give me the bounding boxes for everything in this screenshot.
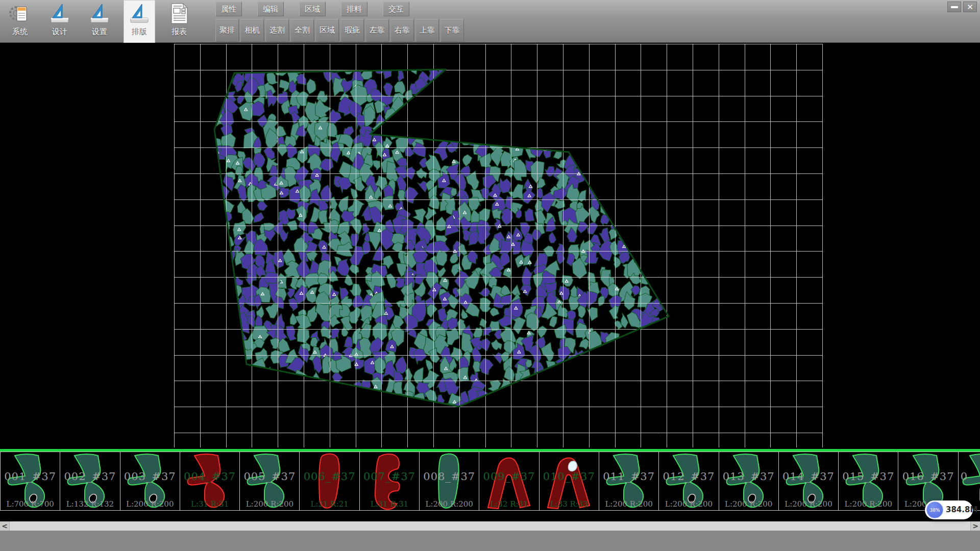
piece-lr-count: L:132 R:132 bbox=[60, 499, 119, 509]
menu-tab-交互[interactable]: 交互 bbox=[383, 2, 409, 16]
main-button-label: 报表 bbox=[172, 27, 187, 37]
piece-cell-001_#37[interactable]: 001_#37L:700 R:700 bbox=[0, 452, 60, 511]
piece-name: 011_#37 bbox=[599, 470, 658, 483]
nesting-app-window: 系统设计设置排版报表 属性编辑区域排料交互 聚排相机选割全割区域瑕疵左靠右靠上靠… bbox=[0, 0, 980, 551]
piece-name: 012_#37 bbox=[659, 470, 718, 483]
layout-ruler-icon bbox=[128, 2, 151, 26]
settings-ruler-icon bbox=[88, 2, 111, 26]
main-toolbar-buttons: 系统设计设置排版报表 bbox=[4, 0, 203, 43]
piece-lr-count: L:31 R:31 bbox=[180, 499, 239, 509]
piece-name: 003_#37 bbox=[120, 470, 180, 483]
piece-cell-010_#37[interactable]: 010_#37L:33 R:33 bbox=[539, 452, 599, 511]
minimize-icon bbox=[951, 6, 958, 8]
tool-button-聚排[interactable]: 聚排 bbox=[215, 19, 239, 42]
main-button-label: 设计 bbox=[52, 27, 67, 37]
piece-name: 004_#37 bbox=[180, 470, 239, 483]
menu-tab-编辑[interactable]: 编辑 bbox=[257, 2, 284, 16]
scroll-right-button[interactable]: > bbox=[970, 521, 980, 531]
piece-lr-count: L:200 R:200 bbox=[719, 499, 778, 509]
report-doc-icon bbox=[167, 2, 191, 26]
progress-circle: 38% bbox=[926, 502, 943, 518]
piece-name: 016_#37 bbox=[898, 470, 958, 483]
tool-button-下靠[interactable]: 下靠 bbox=[440, 19, 464, 42]
piece-name: 014_#37 bbox=[779, 470, 838, 483]
titlebar: 系统设计设置排版报表 属性编辑区域排料交互 聚排相机选割全割区域瑕疵左靠右靠上靠… bbox=[0, 0, 980, 43]
piece-cell-012_#37[interactable]: 012_#37L:200 R:200 bbox=[658, 452, 719, 511]
tool-button-左靠[interactable]: 左靠 bbox=[365, 19, 389, 42]
piece-name: 005_#37 bbox=[240, 470, 299, 483]
main-button-报表[interactable]: 报表 bbox=[163, 0, 195, 43]
close-button[interactable]: ✕ bbox=[963, 2, 977, 12]
piece-lr-count: L:32 R:31 bbox=[479, 499, 538, 509]
menu-tabs: 属性编辑区域排料交互 bbox=[215, 2, 425, 16]
menu-tab-排料[interactable]: 排料 bbox=[341, 2, 368, 16]
piece-lr-count: L:200 R:200 bbox=[839, 499, 898, 509]
main-button-设置[interactable]: 设置 bbox=[84, 0, 115, 43]
piece-name: 009_#37 bbox=[479, 470, 538, 483]
piece-cell-005_#37[interactable]: 005_#37L:200 R:200 bbox=[239, 452, 300, 511]
piece-cell-008_#37[interactable]: 008_#37L:200 R:200 bbox=[419, 452, 479, 511]
piece-name: 0 bbox=[959, 470, 980, 483]
tool-button-瑕疵[interactable]: 瑕疵 bbox=[340, 19, 364, 42]
main-button-label: 排版 bbox=[132, 27, 147, 37]
minimize-button[interactable] bbox=[947, 2, 961, 12]
tool-button-区域[interactable]: 区域 bbox=[315, 19, 339, 42]
piece-cell-007_#37[interactable]: 007_#37L:31 R:31 bbox=[359, 452, 420, 511]
piece-cell-015_#37[interactable]: 015_#37L:200 R:200 bbox=[838, 452, 898, 511]
menu-tab-区域[interactable]: 区域 bbox=[299, 2, 326, 16]
main-button-label: 设置 bbox=[92, 27, 107, 37]
piece-cell-009_#37[interactable]: 009_#37L:32 R:31 bbox=[479, 452, 539, 511]
piece-lr-count: L:200 R:200 bbox=[240, 499, 299, 509]
piece-lr-count: L:200 R:200 bbox=[599, 499, 658, 509]
piece-lr-count: L:700 R:700 bbox=[1, 499, 60, 509]
piece-cell-014_#37[interactable]: 014_#37L:200 R:200 bbox=[778, 452, 839, 511]
piece-lr-count: L:21 R:21 bbox=[300, 499, 359, 509]
piece-cell-006_#37[interactable]: 006_#37L:21 R:21 bbox=[299, 452, 359, 511]
memory-value: 384.8M bbox=[946, 500, 977, 519]
piece-lr-count: L:200 R:200 bbox=[420, 499, 479, 509]
piece-lr-count: L:33 R:33 bbox=[540, 499, 599, 509]
main-button-设计[interactable]: 设计 bbox=[44, 0, 76, 43]
main-button-label: 系统 bbox=[12, 27, 28, 37]
tool-button-选割[interactable]: 选割 bbox=[265, 19, 289, 42]
piece-lr-count: L:200 R:200 bbox=[120, 499, 180, 509]
main-button-系统[interactable]: 系统 bbox=[4, 0, 36, 43]
piece-name: 015_#37 bbox=[839, 470, 898, 483]
pieces-strip: 001_#37L:700 R:700002_#37L:132 R:132003_… bbox=[0, 452, 980, 512]
piece-name: 010_#37 bbox=[540, 470, 599, 483]
menu-tab-属性[interactable]: 属性 bbox=[215, 2, 242, 16]
piece-name: 013_#37 bbox=[719, 470, 778, 483]
system-gear-icon bbox=[8, 2, 32, 26]
piece-cell-011_#37[interactable]: 011_#37L:200 R:200 bbox=[599, 452, 659, 511]
main-button-排版[interactable]: 排版 bbox=[124, 0, 155, 43]
tool-buttons-row: 聚排相机选割全割区域瑕疵左靠右靠上靠下靠 bbox=[215, 19, 465, 42]
bottom-status-bar bbox=[0, 531, 980, 551]
tool-button-右靠[interactable]: 右靠 bbox=[390, 19, 414, 42]
status-badge: 38% 384.8M bbox=[925, 500, 973, 519]
scroll-left-button[interactable]: < bbox=[0, 521, 10, 531]
piece-cell-004_#37[interactable]: 004_#37L:31 R:31 bbox=[180, 452, 240, 511]
tool-button-上靠[interactable]: 上靠 bbox=[415, 19, 439, 42]
tool-button-全割[interactable]: 全割 bbox=[290, 19, 314, 42]
tool-button-相机[interactable]: 相机 bbox=[240, 19, 264, 42]
piece-name: 007_#37 bbox=[360, 470, 419, 483]
piece-cell-013_#37[interactable]: 013_#37L:200 R:200 bbox=[719, 452, 779, 511]
piece-cell-003_#37[interactable]: 003_#37L:200 R:200 bbox=[120, 452, 180, 511]
horizontal-scrollbar[interactable]: < > bbox=[0, 521, 980, 531]
design-ruler-icon bbox=[48, 2, 71, 26]
piece-name: 001_#37 bbox=[1, 470, 60, 483]
piece-name: 002_#37 bbox=[60, 470, 119, 483]
nesting-canvas[interactable] bbox=[0, 43, 980, 449]
piece-name: 006_#37 bbox=[300, 470, 359, 483]
piece-lr-count: L:200 R:200 bbox=[659, 499, 718, 509]
piece-lr-count: L:31 R:31 bbox=[360, 499, 419, 509]
window-controls: ✕ bbox=[945, 2, 977, 12]
piece-name: 008_#37 bbox=[420, 470, 479, 483]
piece-lr-count: L:200 R:200 bbox=[779, 499, 838, 509]
piece-cell-002_#37[interactable]: 002_#37L:132 R:132 bbox=[60, 452, 120, 511]
